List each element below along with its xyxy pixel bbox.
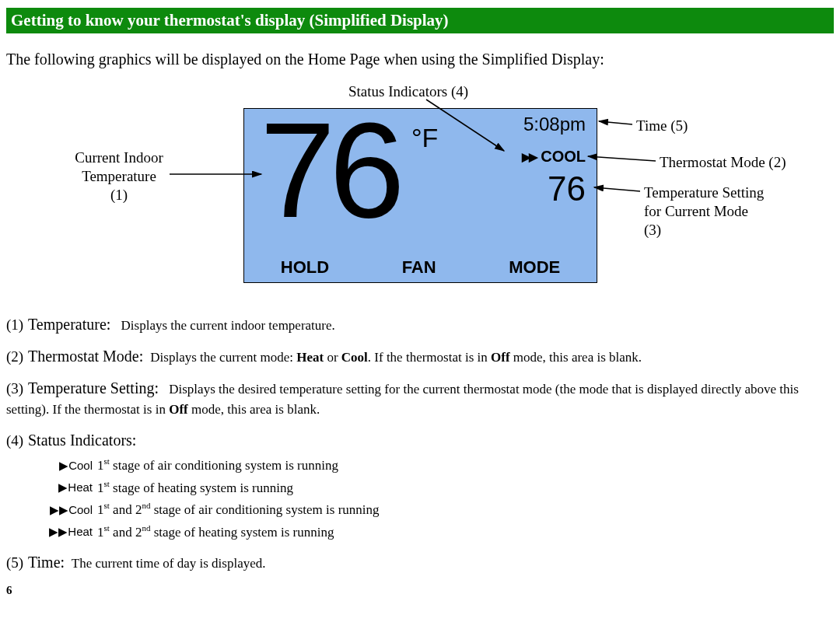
t: Off <box>491 350 510 365</box>
mode-button[interactable]: MODE <box>509 257 560 278</box>
t: Cool <box>341 350 368 365</box>
sym: ▶▶Heat <box>47 524 97 540</box>
t: stage of air conditioning system is runn… <box>110 458 338 473</box>
hold-button[interactable]: HOLD <box>281 257 329 278</box>
t: or <box>324 350 341 365</box>
unit-label: °F <box>411 123 438 153</box>
item-body: Displays the current indoor temperature. <box>121 318 335 333</box>
section-banner: Getting to know your thermostat's displa… <box>6 8 834 33</box>
mode-text: COOL <box>541 148 586 166</box>
fan-button[interactable]: FAN <box>402 257 436 278</box>
callout-current-l1: Current Indoor <box>65 149 173 167</box>
item-lead: Thermostat Mode: <box>28 348 143 365</box>
svg-line-2 <box>599 121 632 124</box>
t: and 2 <box>110 524 142 539</box>
list-item: (3)Temperature Setting: Displays the des… <box>6 378 834 419</box>
t: 1 <box>97 458 104 473</box>
list-item: (2)Thermostat Mode: Displays the current… <box>6 346 834 367</box>
callout-setting-l2: for Current Mode <box>644 202 764 221</box>
sym: ▶▶Cool <box>47 502 97 518</box>
t: 1 <box>97 524 104 539</box>
sym: ▶Cool <box>47 458 97 473</box>
t: Off <box>169 402 188 417</box>
svg-line-3 <box>588 156 656 161</box>
numbered-list: (1)Temperature: Displays the current ind… <box>6 314 834 573</box>
status-row: ▶Cool 1st stage of air conditioning syst… <box>47 456 834 475</box>
t: . If the thermostat is in <box>368 350 491 365</box>
t: mode, this area is blank. <box>188 402 320 417</box>
setpoint-temp: 76 <box>548 169 586 208</box>
t: 1 <box>97 502 104 517</box>
callout-setting: Temperature Setting for Current Mode (3) <box>644 183 764 239</box>
clock: 5:08pm <box>523 114 586 135</box>
callout-setting-l3: (3) <box>644 221 764 239</box>
t: stage of air conditioning system is runn… <box>150 502 379 517</box>
t: mode, this area is blank. <box>510 350 642 365</box>
svg-line-4 <box>594 187 640 191</box>
item-lead: Temperature Setting: <box>28 379 159 397</box>
page-number: 6 <box>6 584 834 597</box>
t: Displays the current mode: <box>150 350 296 365</box>
mode-arrows-icon: ▶▶ <box>522 150 536 164</box>
status-row: ▶▶Heat 1st and 2nd stage of heating syst… <box>47 522 834 542</box>
callout-current-l2: Temperature <box>65 167 173 186</box>
thermostat-screen: 76 °F 5:08pm ▶▶ COOL 76 HOLD FAN MODE <box>243 108 597 283</box>
list-item: (1)Temperature: Displays the current ind… <box>6 314 834 335</box>
sym: ▶Heat <box>47 480 97 495</box>
t: and 2 <box>110 502 142 517</box>
status-row: ▶Heat 1st stage of heating system is run… <box>47 478 834 498</box>
item-body: The current time of day is displayed. <box>72 556 266 571</box>
intro-text: The following graphics will be displayed… <box>6 51 834 68</box>
t: 1 <box>97 480 104 494</box>
callout-current-l3: (1) <box>65 186 173 204</box>
callout-setting-l1: Temperature Setting <box>644 183 764 202</box>
item-lead: Time: <box>28 554 65 571</box>
item-lead: Temperature: <box>28 316 110 333</box>
callout-current: Current Indoor Temperature (1) <box>65 149 173 204</box>
diagram: Status Indicators (4) Time (5) Thermosta… <box>6 82 831 300</box>
status-row: ▶▶Cool 1st and 2nd stage of air conditio… <box>47 500 834 519</box>
item-lead: Status Indicators: <box>28 432 136 449</box>
callout-mode: Thermostat Mode (2) <box>660 153 786 172</box>
t: Heat <box>296 350 324 365</box>
mode-indicator: ▶▶ COOL <box>522 148 586 166</box>
current-temp: 76 <box>260 92 399 248</box>
callout-time: Time (5) <box>636 117 688 135</box>
list-item: (4)Status Indicators: ▶Cool 1st stage of… <box>6 430 834 541</box>
t: stage of heating system is running <box>150 524 334 539</box>
list-item: (5)Time: The current time of day is disp… <box>6 552 834 573</box>
t: stage of heating system is running <box>110 480 293 494</box>
